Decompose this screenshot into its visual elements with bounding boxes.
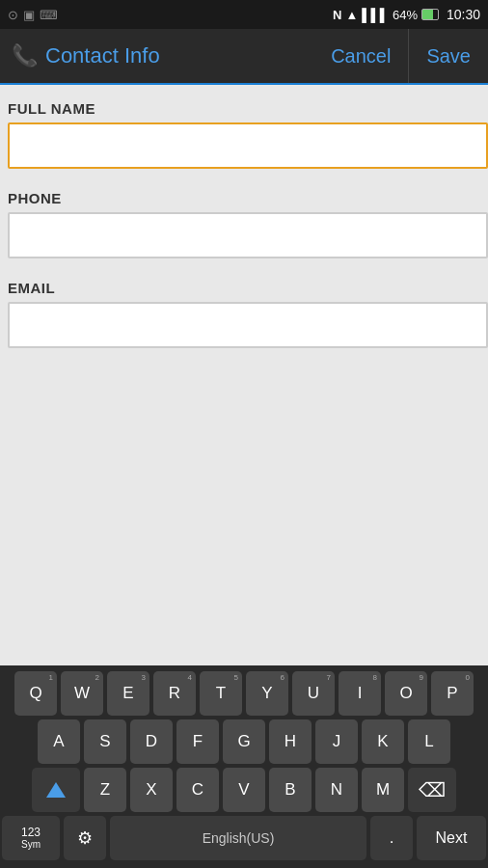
- keyboard-row-3: Z X C V B N M ⌫: [2, 768, 486, 812]
- status-icons: ⊙ ▣ ⌨: [8, 8, 58, 22]
- key-i[interactable]: 8I: [339, 671, 381, 716]
- key-q[interactable]: 1Q: [14, 671, 57, 716]
- key-y[interactable]: 6Y: [246, 671, 288, 716]
- key-v[interactable]: V: [223, 768, 265, 812]
- key-g[interactable]: G: [223, 719, 265, 764]
- key-p[interactable]: 0P: [431, 671, 474, 716]
- email-label: EMAIL: [4, 274, 484, 300]
- gps-icon: ⊙: [8, 8, 18, 22]
- save-button[interactable]: Save: [408, 29, 488, 83]
- phone-label: PHONE: [4, 184, 484, 210]
- signal-icon: ▌▌▌: [362, 8, 389, 22]
- keyboard-row-2: A S D F G H J K L: [2, 719, 486, 764]
- cancel-button[interactable]: Cancel: [313, 29, 408, 83]
- wifi-icon: ▲: [345, 8, 358, 22]
- shift-key[interactable]: [32, 768, 80, 812]
- gear-icon: ⚙: [77, 827, 93, 849]
- keyboard-icon: ⌨: [40, 8, 58, 22]
- language-label: English(US): [203, 830, 275, 846]
- network-indicator: N: [333, 8, 341, 22]
- phone-icon: 📞: [12, 43, 38, 68]
- battery-icon: [421, 9, 439, 20]
- key-c[interactable]: C: [176, 768, 219, 812]
- nav-title: Contact Info: [45, 43, 160, 68]
- next-key[interactable]: Next: [417, 816, 486, 860]
- key-s[interactable]: S: [84, 719, 126, 764]
- keyboard-row-1: 1Q 2W 3E 4R 5T 6Y 7U 8I 9O 0P: [2, 671, 486, 716]
- key-f[interactable]: F: [176, 719, 219, 764]
- form-area: FULL NAME PHONE EMAIL: [0, 85, 488, 354]
- full-name-input[interactable]: [8, 122, 488, 169]
- full-name-section: FULL NAME: [0, 85, 488, 175]
- phone-input[interactable]: [8, 212, 488, 258]
- dot-key[interactable]: .: [370, 816, 413, 860]
- keyboard-bottom-row: 123 Sym ⚙ English(US) . Next: [2, 816, 486, 860]
- key-t[interactable]: 5T: [200, 671, 242, 716]
- backspace-key[interactable]: ⌫: [408, 768, 456, 812]
- status-right: N ▲ ▌▌▌ 64% 10:30: [333, 7, 480, 22]
- key-k[interactable]: K: [362, 719, 404, 764]
- phone-section: PHONE: [0, 175, 488, 264]
- key-w[interactable]: 2W: [61, 671, 103, 716]
- space-key[interactable]: English(US): [110, 816, 366, 860]
- key-e[interactable]: 3E: [107, 671, 149, 716]
- key-n[interactable]: N: [315, 768, 358, 812]
- dot-label: .: [390, 828, 394, 848]
- nav-bar: 📞 Contact Info Cancel Save: [0, 29, 488, 85]
- key-j[interactable]: J: [315, 719, 358, 764]
- shift-arrow-icon: [46, 782, 66, 798]
- key-r[interactable]: 4R: [153, 671, 196, 716]
- key-x[interactable]: X: [130, 768, 173, 812]
- key-h[interactable]: H: [269, 719, 312, 764]
- settings-key[interactable]: ⚙: [64, 816, 106, 860]
- full-name-label: FULL NAME: [4, 95, 484, 121]
- key-o[interactable]: 9O: [385, 671, 427, 716]
- nav-actions: Cancel Save: [313, 29, 488, 83]
- keyboard: 1Q 2W 3E 4R 5T 6Y 7U 8I 9O 0P A S: [0, 665, 488, 868]
- image-icon: ▣: [23, 8, 35, 22]
- time-display: 10:30: [447, 7, 480, 22]
- backspace-icon: ⌫: [419, 778, 446, 801]
- status-bar: ⊙ ▣ ⌨ N ▲ ▌▌▌ 64% 10:30: [0, 0, 488, 29]
- key-l[interactable]: L: [408, 719, 450, 764]
- sym-key[interactable]: 123 Sym: [2, 816, 60, 860]
- email-input[interactable]: [8, 302, 488, 348]
- key-a[interactable]: A: [38, 719, 80, 764]
- key-m[interactable]: M: [362, 768, 404, 812]
- key-z[interactable]: Z: [84, 768, 126, 812]
- key-b[interactable]: B: [269, 768, 312, 812]
- nav-title-area: 📞 Contact Info: [0, 43, 160, 68]
- spacer: [0, 354, 488, 412]
- key-d[interactable]: D: [130, 719, 173, 764]
- key-u[interactable]: 7U: [292, 671, 335, 716]
- battery-percent: 64%: [393, 8, 418, 22]
- email-section: EMAIL: [0, 264, 488, 354]
